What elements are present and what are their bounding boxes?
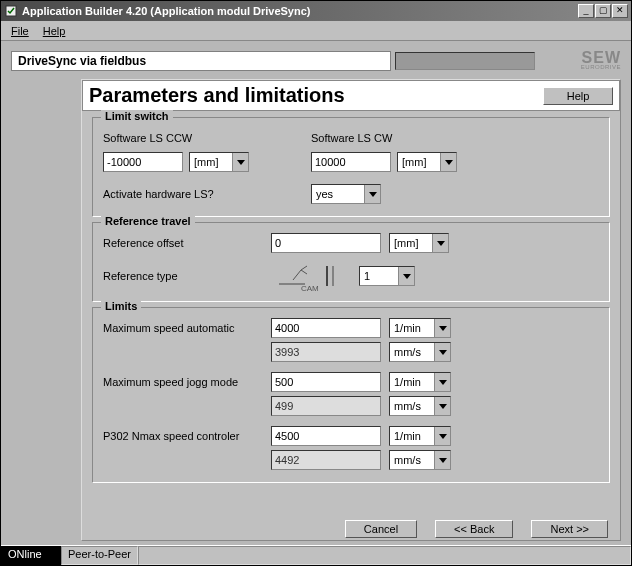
ls-cw-label: Software LS CW xyxy=(311,132,511,144)
chevron-down-icon[interactable] xyxy=(434,397,450,415)
activate-hw-ls-label: Activate hardware LS? xyxy=(103,188,303,200)
status-peer[interactable]: Peer-to-Peer xyxy=(61,546,138,565)
ls-ccw-label: Software LS CCW xyxy=(103,132,303,144)
p302-input[interactable] xyxy=(271,426,381,446)
ref-type-label: Reference type xyxy=(103,270,263,282)
main-panel: Parameters and limitations Help Limit sw… xyxy=(81,79,621,541)
p302-conv-unit-select[interactable]: mm/s xyxy=(389,450,451,470)
group-reference-legend: Reference travel xyxy=(101,215,195,227)
brand-logo: SEWEURODRIVE xyxy=(581,52,621,70)
max-auto-label: Maximum speed automatic xyxy=(103,322,263,334)
p302-unit-select[interactable]: 1/min xyxy=(389,426,451,446)
close-button[interactable]: ✕ xyxy=(612,4,628,18)
ref-offset-label: Reference offset xyxy=(103,237,263,249)
group-limits-legend: Limits xyxy=(101,300,141,312)
chevron-down-icon[interactable] xyxy=(434,451,450,469)
group-limit-switch: Limit switch Software LS CCW Software LS… xyxy=(92,117,610,217)
chevron-down-icon[interactable] xyxy=(434,319,450,337)
menubar: File Help xyxy=(1,21,631,41)
activate-hw-ls-select[interactable]: yes xyxy=(311,184,381,204)
menu-file[interactable]: File xyxy=(5,23,35,39)
chevron-down-icon[interactable] xyxy=(232,153,248,171)
chevron-down-icon[interactable] xyxy=(434,373,450,391)
max-auto-conv xyxy=(271,342,381,362)
max-jog-unit-select[interactable]: 1/min xyxy=(389,372,451,392)
help-button[interactable]: Help xyxy=(543,87,613,105)
titlebar: Application Builder 4.20 (Application mo… xyxy=(1,1,631,21)
max-auto-conv-unit-select[interactable]: mm/s xyxy=(389,342,451,362)
window-controls: _ ▢ ✕ xyxy=(578,4,628,18)
wizard-buttons: Cancel << Back Next >> xyxy=(82,516,620,540)
maximize-button[interactable]: ▢ xyxy=(595,4,611,18)
chevron-down-icon[interactable] xyxy=(364,185,380,203)
app-window: Application Builder 4.20 (Application mo… xyxy=(0,0,632,566)
header-row: DriveSync via fieldbus SEWEURODRIVE xyxy=(11,49,621,73)
statusbar: ONline Peer-to-Peer xyxy=(1,545,631,565)
max-auto-input[interactable] xyxy=(271,318,381,338)
ref-type-select[interactable]: 1 xyxy=(359,266,415,286)
max-jog-conv xyxy=(271,396,381,416)
app-icon xyxy=(4,4,18,18)
cancel-button[interactable]: Cancel xyxy=(345,520,417,538)
chevron-down-icon[interactable] xyxy=(432,234,448,252)
max-jog-input[interactable] xyxy=(271,372,381,392)
ref-offset-unit-select[interactable]: [mm] xyxy=(389,233,449,253)
max-jog-conv-unit-select[interactable]: mm/s xyxy=(389,396,451,416)
window-title: Application Builder 4.20 (Application mo… xyxy=(22,5,578,17)
reference-type-icon: CAM xyxy=(271,261,351,291)
ref-offset-input[interactable] xyxy=(271,233,381,253)
fieldbus-title: DriveSync via fieldbus xyxy=(11,51,391,71)
p302-conv xyxy=(271,450,381,470)
chevron-down-icon[interactable] xyxy=(434,343,450,361)
panel-body: Limit switch Software LS CCW Software LS… xyxy=(82,111,620,516)
page-title-strip: Parameters and limitations Help xyxy=(82,80,620,111)
ls-cw-input[interactable] xyxy=(311,152,391,172)
chevron-down-icon[interactable] xyxy=(440,153,456,171)
progress-bar xyxy=(395,52,535,70)
next-button[interactable]: Next >> xyxy=(531,520,608,538)
status-online[interactable]: ONline xyxy=(1,546,61,565)
ls-cw-unit-select[interactable]: [mm] xyxy=(397,152,457,172)
chevron-down-icon[interactable] xyxy=(398,267,414,285)
page-title: Parameters and limitations xyxy=(89,84,543,107)
menu-help[interactable]: Help xyxy=(37,23,72,39)
max-jog-label: Maximum speed jogg mode xyxy=(103,376,263,388)
group-limit-switch-legend: Limit switch xyxy=(101,110,173,122)
max-auto-unit-select[interactable]: 1/min xyxy=(389,318,451,338)
back-button[interactable]: << Back xyxy=(435,520,513,538)
chevron-down-icon[interactable] xyxy=(434,427,450,445)
p302-label: P302 Nmax speed controler xyxy=(103,430,263,442)
ls-ccw-input[interactable] xyxy=(103,152,183,172)
group-reference: Reference travel Reference offset [mm] R… xyxy=(92,222,610,302)
ls-ccw-unit-select[interactable]: [mm] xyxy=(189,152,249,172)
workarea: DriveSync via fieldbus SEWEURODRIVE Para… xyxy=(1,41,631,545)
status-empty xyxy=(138,546,631,565)
group-limits: Limits Maximum speed automatic 1/min mm/… xyxy=(92,307,610,483)
minimize-button[interactable]: _ xyxy=(578,4,594,18)
